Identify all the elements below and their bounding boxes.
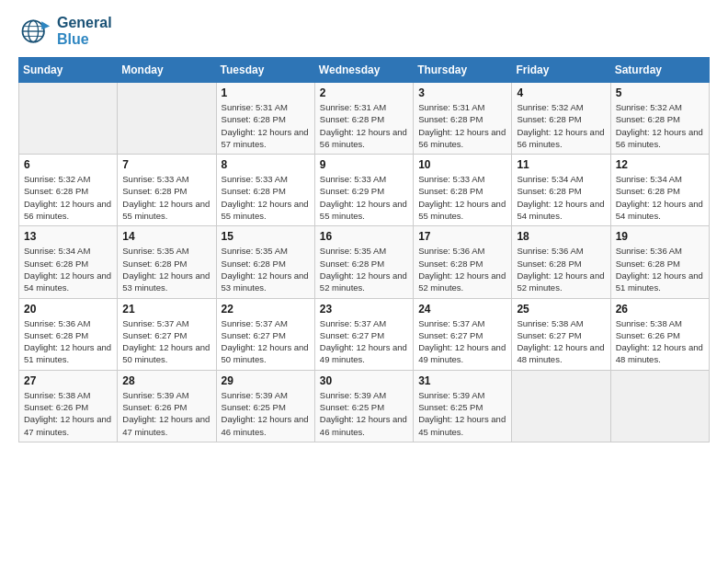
day-info: Sunrise: 5:36 AM Sunset: 6:28 PM Dayligh… xyxy=(418,245,506,293)
day-info: Sunrise: 5:36 AM Sunset: 6:28 PM Dayligh… xyxy=(24,317,112,366)
day-info: Sunrise: 5:39 AM Sunset: 6:26 PM Dayligh… xyxy=(122,389,210,438)
calendar-cell: 18Sunrise: 5:36 AM Sunset: 6:28 PM Dayli… xyxy=(512,226,610,298)
calendar-cell: 30Sunrise: 5:39 AM Sunset: 6:25 PM Dayli… xyxy=(314,370,413,442)
day-info: Sunrise: 5:33 AM Sunset: 6:28 PM Dayligh… xyxy=(418,173,506,222)
day-info: Sunrise: 5:32 AM Sunset: 6:28 PM Dayligh… xyxy=(517,101,605,150)
calendar-cell: 11Sunrise: 5:34 AM Sunset: 6:28 PM Dayli… xyxy=(512,155,610,226)
day-number: 23 xyxy=(320,303,408,316)
day-info: Sunrise: 5:33 AM Sunset: 6:29 PM Dayligh… xyxy=(320,173,408,222)
day-info: Sunrise: 5:35 AM Sunset: 6:28 PM Dayligh… xyxy=(122,245,210,293)
day-info: Sunrise: 5:37 AM Sunset: 6:27 PM Dayligh… xyxy=(320,317,408,366)
day-info: Sunrise: 5:32 AM Sunset: 6:28 PM Dayligh… xyxy=(24,173,112,222)
calendar-cell: 31Sunrise: 5:39 AM Sunset: 6:25 PM Dayli… xyxy=(414,370,512,442)
day-number: 29 xyxy=(222,374,310,387)
header-tuesday: Tuesday xyxy=(216,58,314,83)
calendar-table: SundayMondayTuesdayWednesdayThursdayFrid… xyxy=(18,57,710,442)
calendar-cell: 13Sunrise: 5:34 AM Sunset: 6:28 PM Dayli… xyxy=(19,226,118,298)
day-number: 18 xyxy=(517,230,605,243)
day-info: Sunrise: 5:31 AM Sunset: 6:28 PM Dayligh… xyxy=(418,101,506,150)
day-info: Sunrise: 5:39 AM Sunset: 6:25 PM Dayligh… xyxy=(222,389,310,438)
day-info: Sunrise: 5:36 AM Sunset: 6:28 PM Dayligh… xyxy=(517,245,605,293)
day-number: 4 xyxy=(517,86,605,99)
day-number: 2 xyxy=(320,86,408,99)
day-info: Sunrise: 5:31 AM Sunset: 6:28 PM Dayligh… xyxy=(222,101,310,150)
day-number: 7 xyxy=(122,158,210,171)
calendar-cell: 4Sunrise: 5:32 AM Sunset: 6:28 PM Daylig… xyxy=(512,83,610,155)
calendar-header-row: SundayMondayTuesdayWednesdayThursdayFrid… xyxy=(19,58,710,83)
day-number: 9 xyxy=(320,158,408,171)
day-number: 13 xyxy=(24,230,112,243)
calendar-cell: 1Sunrise: 5:31 AM Sunset: 6:28 PM Daylig… xyxy=(216,83,314,155)
calendar-cell: 26Sunrise: 5:38 AM Sunset: 6:26 PM Dayli… xyxy=(610,298,709,370)
day-info: Sunrise: 5:39 AM Sunset: 6:25 PM Dayligh… xyxy=(418,389,506,438)
day-info: Sunrise: 5:35 AM Sunset: 6:28 PM Dayligh… xyxy=(222,245,310,293)
logo: General Blue xyxy=(18,15,112,48)
day-info: Sunrise: 5:37 AM Sunset: 6:27 PM Dayligh… xyxy=(122,317,210,366)
calendar-cell: 20Sunrise: 5:36 AM Sunset: 6:28 PM Dayli… xyxy=(19,298,118,370)
calendar-cell: 17Sunrise: 5:36 AM Sunset: 6:28 PM Dayli… xyxy=(414,226,512,298)
day-number: 27 xyxy=(24,374,112,387)
day-number: 24 xyxy=(418,303,506,316)
calendar-cell: 19Sunrise: 5:36 AM Sunset: 6:28 PM Dayli… xyxy=(610,226,709,298)
calendar-cell: 9Sunrise: 5:33 AM Sunset: 6:29 PM Daylig… xyxy=(314,155,413,226)
header-wednesday: Wednesday xyxy=(314,58,413,83)
calendar-cell: 25Sunrise: 5:38 AM Sunset: 6:27 PM Dayli… xyxy=(512,298,610,370)
logo-text: General Blue xyxy=(57,15,112,48)
day-info: Sunrise: 5:39 AM Sunset: 6:25 PM Dayligh… xyxy=(320,389,408,438)
calendar-week-row: 20Sunrise: 5:36 AM Sunset: 6:28 PM Dayli… xyxy=(19,298,710,370)
day-info: Sunrise: 5:38 AM Sunset: 6:27 PM Dayligh… xyxy=(517,317,605,366)
calendar-week-row: 27Sunrise: 5:38 AM Sunset: 6:26 PM Dayli… xyxy=(19,370,710,442)
calendar-cell xyxy=(512,370,610,442)
calendar-cell xyxy=(610,370,709,442)
calendar-cell: 10Sunrise: 5:33 AM Sunset: 6:28 PM Dayli… xyxy=(414,155,512,226)
calendar-cell: 29Sunrise: 5:39 AM Sunset: 6:25 PM Dayli… xyxy=(216,370,314,442)
day-info: Sunrise: 5:33 AM Sunset: 6:28 PM Dayligh… xyxy=(122,173,210,222)
calendar-cell: 16Sunrise: 5:35 AM Sunset: 6:28 PM Dayli… xyxy=(314,226,413,298)
day-number: 28 xyxy=(122,374,210,387)
day-info: Sunrise: 5:32 AM Sunset: 6:28 PM Dayligh… xyxy=(616,101,704,150)
day-number: 30 xyxy=(320,374,408,387)
calendar-cell: 28Sunrise: 5:39 AM Sunset: 6:26 PM Dayli… xyxy=(118,370,216,442)
day-number: 8 xyxy=(222,158,310,171)
calendar-cell: 5Sunrise: 5:32 AM Sunset: 6:28 PM Daylig… xyxy=(610,83,709,155)
calendar-cell: 7Sunrise: 5:33 AM Sunset: 6:28 PM Daylig… xyxy=(118,155,216,226)
header-friday: Friday xyxy=(512,58,610,83)
day-number: 1 xyxy=(222,86,310,99)
calendar-cell: 15Sunrise: 5:35 AM Sunset: 6:28 PM Dayli… xyxy=(216,226,314,298)
day-info: Sunrise: 5:37 AM Sunset: 6:27 PM Dayligh… xyxy=(418,317,506,366)
day-number: 17 xyxy=(418,230,506,243)
day-info: Sunrise: 5:31 AM Sunset: 6:28 PM Dayligh… xyxy=(320,101,408,150)
calendar-week-row: 6Sunrise: 5:32 AM Sunset: 6:28 PM Daylig… xyxy=(19,155,710,226)
day-number: 14 xyxy=(122,230,210,243)
day-info: Sunrise: 5:34 AM Sunset: 6:28 PM Dayligh… xyxy=(616,173,704,222)
day-info: Sunrise: 5:35 AM Sunset: 6:28 PM Dayligh… xyxy=(320,245,408,293)
day-number: 21 xyxy=(122,303,210,316)
day-number: 20 xyxy=(24,303,112,316)
calendar-cell: 2Sunrise: 5:31 AM Sunset: 6:28 PM Daylig… xyxy=(314,83,413,155)
calendar-cell: 21Sunrise: 5:37 AM Sunset: 6:27 PM Dayli… xyxy=(118,298,216,370)
day-info: Sunrise: 5:34 AM Sunset: 6:28 PM Dayligh… xyxy=(517,173,605,222)
calendar-week-row: 1Sunrise: 5:31 AM Sunset: 6:28 PM Daylig… xyxy=(19,83,710,155)
calendar-cell: 22Sunrise: 5:37 AM Sunset: 6:27 PM Dayli… xyxy=(216,298,314,370)
day-number: 5 xyxy=(616,86,704,99)
calendar-cell xyxy=(19,83,118,155)
day-number: 22 xyxy=(222,303,310,316)
day-info: Sunrise: 5:33 AM Sunset: 6:28 PM Dayligh… xyxy=(222,173,310,222)
day-number: 25 xyxy=(517,303,605,316)
header-sunday: Sunday xyxy=(19,58,118,83)
day-info: Sunrise: 5:37 AM Sunset: 6:27 PM Dayligh… xyxy=(222,317,310,366)
day-number: 16 xyxy=(320,230,408,243)
logo-icon xyxy=(18,15,51,48)
calendar-cell: 8Sunrise: 5:33 AM Sunset: 6:28 PM Daylig… xyxy=(216,155,314,226)
day-number: 15 xyxy=(222,230,310,243)
day-info: Sunrise: 5:38 AM Sunset: 6:26 PM Dayligh… xyxy=(24,389,112,438)
day-number: 6 xyxy=(24,158,112,171)
day-number: 19 xyxy=(616,230,704,243)
calendar-cell: 6Sunrise: 5:32 AM Sunset: 6:28 PM Daylig… xyxy=(19,155,118,226)
calendar-cell: 27Sunrise: 5:38 AM Sunset: 6:26 PM Dayli… xyxy=(19,370,118,442)
header-saturday: Saturday xyxy=(610,58,709,83)
calendar-cell: 14Sunrise: 5:35 AM Sunset: 6:28 PM Dayli… xyxy=(118,226,216,298)
calendar-cell: 3Sunrise: 5:31 AM Sunset: 6:28 PM Daylig… xyxy=(414,83,512,155)
calendar-week-row: 13Sunrise: 5:34 AM Sunset: 6:28 PM Dayli… xyxy=(19,226,710,298)
header-monday: Monday xyxy=(118,58,216,83)
